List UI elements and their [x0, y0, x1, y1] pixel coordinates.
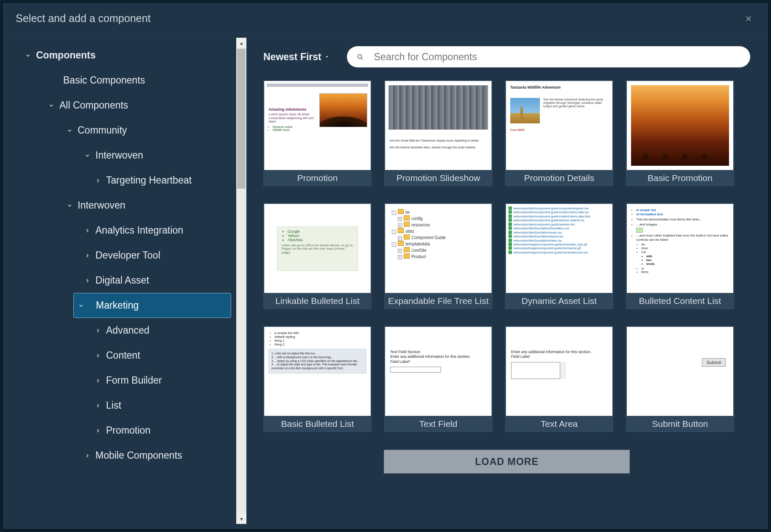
component-thumbnail: Amazing AdventuresLorem ipsum dolor sit … — [264, 81, 371, 170]
component-picker-dialog: Select and add a component Components Ba… — [3, 3, 768, 529]
component-card-basic-promotion[interactable]: Basic Promotion — [626, 80, 734, 186]
chevron-right-icon — [91, 353, 105, 359]
chevron-down-icon — [80, 153, 95, 159]
tree-marketing[interactable]: Marketing — [73, 293, 231, 318]
results-panel: Newest First Amazing AdventuresLorem ips… — [246, 33, 767, 528]
dialog-body: Components Basic Components All Componen… — [4, 33, 767, 528]
component-card-text-area[interactable]: Enter any additional information for thi… — [505, 326, 613, 432]
component-thumbnail — [627, 81, 733, 170]
tree-community-interwoven[interactable]: Interwoven — [4, 143, 236, 168]
tree-label: Interwoven — [77, 200, 126, 211]
scroll-down-button[interactable]: ▾ — [236, 514, 246, 524]
search-input[interactable] — [374, 51, 741, 63]
close-button[interactable] — [742, 12, 755, 25]
tree-marketing-form-builder[interactable]: Form Builder — [4, 368, 236, 393]
load-more-label: LOAD MORE — [475, 456, 539, 468]
tree-targeting-heartbeat[interactable]: Targeting Heartbeat — [4, 168, 236, 193]
component-thumbnail: iwhercules/sites/component-guide/compone… — [506, 204, 612, 293]
chevron-right-icon — [80, 253, 95, 259]
tree-label: Basic Components — [62, 75, 145, 86]
close-icon — [745, 15, 752, 22]
caret-down-icon — [324, 54, 330, 60]
component-card-promotion[interactable]: Amazing AdventuresLorem ipsum dolor sit … — [263, 80, 372, 186]
tree-community[interactable]: Community — [4, 118, 236, 143]
component-card-expandable-file-tree-list[interactable]: -iw +config +resources -sites +Component… — [384, 203, 492, 309]
component-thumbnail: Enter any additional information for thi… — [506, 327, 612, 416]
tree-label: Developer Tool — [95, 250, 160, 261]
component-thumbnail: a simple list withdefault stylingthing 1… — [264, 327, 371, 416]
component-thumbnail: Join the Great Wall and Tiananmen Square… — [385, 81, 492, 170]
chevron-right-icon — [80, 278, 95, 284]
tree-label: List — [105, 400, 121, 411]
tree-marketing-advanced[interactable]: Advanced — [4, 318, 236, 343]
search-box[interactable] — [347, 46, 750, 67]
tree-label: Digital Asset — [95, 275, 149, 286]
component-label: Bulleted Content List — [626, 293, 734, 309]
tree-basic-components[interactable]: Basic Components — [4, 68, 236, 93]
chevron-right-icon — [91, 328, 105, 334]
tree-scroll-area: Components Basic Components All Componen… — [4, 33, 236, 528]
component-card-basic-bulleted-list[interactable]: a simple list withdefault stylingthing 1… — [263, 326, 372, 432]
tree-label: Analytics Integration — [95, 225, 183, 236]
tree-digital-asset[interactable]: Digital Asset — [4, 268, 236, 293]
component-label: Promotion Slideshow — [385, 170, 492, 186]
results-toolbar: Newest First — [263, 46, 750, 67]
component-card-linkable-bulleted-list[interactable]: Google Yahoo! AltaVista Links can go to … — [263, 203, 372, 309]
tree-label: Content — [105, 350, 140, 361]
component-card-bulleted-content-list[interactable]: A simple listof formatted text This list… — [626, 203, 734, 309]
tree-label: Mobile Components — [95, 450, 182, 461]
svg-point-0 — [358, 55, 362, 58]
tree-developer-tool[interactable]: Developer Tool — [4, 243, 236, 268]
tree-label: All Components — [59, 100, 128, 111]
tree-scrollbar[interactable]: ▴ ▾ — [236, 38, 246, 524]
chevron-right-icon — [91, 428, 105, 434]
component-thumbnail: Tanzania Wildlife Adventure See this Afr… — [506, 81, 612, 170]
chevron-down-icon — [62, 203, 77, 209]
component-thumbnail: Text Field Section Enter any additional … — [385, 327, 492, 416]
tree-all-components[interactable]: All Components — [4, 93, 236, 118]
sort-dropdown[interactable]: Newest First — [263, 51, 330, 63]
tree-root-components[interactable]: Components — [4, 43, 236, 68]
load-more-row: LOAD MORE — [263, 450, 750, 474]
scroll-up-button[interactable]: ▴ — [236, 38, 246, 48]
component-thumbnail: A simple listof formatted text This list… — [627, 204, 733, 293]
component-card-submit-button[interactable]: Submit Submit Button — [626, 326, 734, 432]
chevron-down-icon — [44, 103, 59, 109]
component-label: Promotion Details — [506, 170, 613, 186]
tree-analytics-integration[interactable]: Analytics Integration — [4, 218, 236, 243]
tree-marketing-content[interactable]: Content — [4, 343, 236, 368]
chevron-right-icon — [91, 178, 105, 184]
scrollbar-thumb[interactable] — [237, 49, 246, 189]
tree-interwoven[interactable]: Interwoven — [4, 193, 236, 218]
component-label: Submit Button — [626, 416, 734, 432]
tree-label: Interwoven — [95, 150, 143, 161]
tree-mobile-components[interactable]: Mobile Components — [4, 443, 236, 468]
tree-label: Marketing — [95, 300, 139, 311]
tree-label: Targeting Heartbeat — [105, 175, 192, 186]
component-grid: Amazing AdventuresLorem ipsum dolor sit … — [263, 80, 750, 432]
tree-label: Community — [77, 125, 127, 136]
component-label: Dynamic Asset List — [506, 293, 613, 309]
tree-label: Promotion — [105, 425, 151, 436]
tree-marketing-list[interactable]: List — [4, 393, 236, 418]
component-thumbnail: Submit — [627, 327, 733, 416]
component-card-promotion-details[interactable]: Tanzania Wildlife Adventure See this Afr… — [505, 80, 613, 186]
component-card-text-field[interactable]: Text Field Section Enter any additional … — [384, 326, 492, 432]
chevron-right-icon — [91, 403, 105, 409]
dialog-title: Select and add a component — [16, 12, 742, 25]
load-more-button[interactable]: LOAD MORE — [384, 450, 630, 474]
search-icon — [356, 53, 364, 61]
component-card-dynamic-asset-list[interactable]: iwhercules/sites/component-guide/compone… — [505, 203, 613, 309]
component-thumbnail: Google Yahoo! AltaVista Links can go to … — [264, 204, 371, 293]
chevron-down-icon — [74, 303, 88, 309]
tree-label: Components — [35, 50, 96, 61]
category-tree: Components Basic Components All Componen… — [4, 33, 246, 528]
component-label: Expandable File Tree List — [385, 293, 492, 309]
sort-label: Newest First — [263, 51, 321, 63]
dialog-header: Select and add a component — [4, 4, 767, 33]
tree-marketing-promotion[interactable]: Promotion — [4, 418, 236, 443]
component-card-promotion-slideshow[interactable]: Join the Great Wall and Tiananmen Square… — [384, 80, 492, 186]
component-label: Basic Promotion — [626, 170, 734, 186]
component-label: Text Area — [506, 416, 613, 432]
component-thumbnail: -iw +config +resources -sites +Component… — [385, 204, 492, 293]
